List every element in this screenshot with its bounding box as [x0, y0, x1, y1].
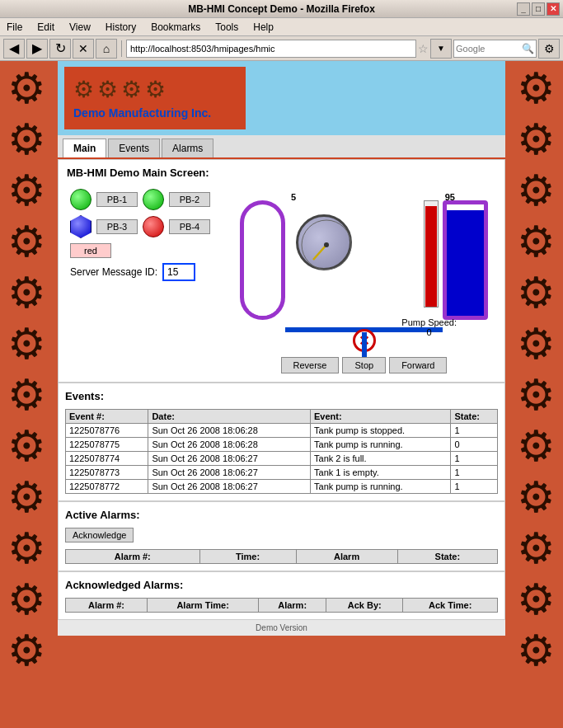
gear-icon-r12: ⚙ [513, 627, 561, 674]
content-area: ⚙ ⚙ ⚙ ⚙ ⚙ ⚙ ⚙ ⚙ ⚙ ⚙ ⚙ ⚙ ⚙ ⚙ ⚙ ⚙ ⚙ ⚙ ⚙ ⚙ … [0, 61, 563, 728]
thermo-fill [425, 206, 437, 307]
event-row: 1225078772 Sun Oct 26 2008 18:06:27 Tank… [66, 480, 498, 494]
ack-alarm-header-row: Alarm #: Alarm Time: Alarm: Ack By: Ack … [66, 599, 498, 613]
version-bar: Demo Version [58, 620, 505, 636]
tab-events[interactable]: Events [108, 139, 160, 157]
logo-gear4: ⚙ [145, 76, 166, 103]
event-id: 1225078773 [66, 466, 148, 480]
gear-icon-r7: ⚙ [513, 371, 561, 419]
forward-btn[interactable]: ▶ [26, 39, 48, 59]
reload-btn[interactable]: ↻ [49, 39, 71, 59]
menu-history[interactable]: History [102, 20, 139, 35]
nav-tabs: Main Events Alarms [58, 135, 505, 159]
pump-speed-text: Pump Speed: [401, 317, 457, 327]
menu-bookmarks[interactable]: Bookmarks [148, 20, 204, 35]
settings-btn[interactable]: ⚙ [538, 39, 560, 59]
pb3-button[interactable]: PB-3 [96, 219, 138, 234]
thermo-container [424, 200, 439, 308]
event-desc: Tank pump is running. [311, 480, 451, 494]
msg-label: Server Message ID: [70, 266, 157, 278]
event-date: Sun Oct 26 2008 18:06:27 [148, 480, 311, 494]
title-bar: MB-HMI Concept Demo - Mozilla Firefox _ … [0, 0, 563, 18]
gear-icon-r8: ⚙ [513, 422, 561, 470]
event-date: Sun Oct 26 2008 18:06:28 [148, 424, 311, 438]
stop-btn[interactable]: Stop [342, 357, 386, 373]
stop-btn[interactable]: ✕ [73, 39, 94, 59]
minimize-btn[interactable]: _ [517, 2, 530, 16]
pb2-button[interactable]: PB-2 [169, 192, 210, 207]
event-desc: Tank pump is stopped. [311, 424, 451, 438]
logo-gears: ⚙ ⚙ ⚙ ⚙ [73, 76, 237, 103]
search-icon[interactable]: 🔍 [522, 43, 534, 54]
gauge-container [296, 214, 355, 274]
events-table: Event #: Date: Event: State: 1225078776 … [65, 409, 498, 494]
event-id: 1225078776 [66, 424, 148, 438]
toolbar: ◀ ▶ ↻ ✕ ⌂ ☆ ▼ 🔍 ⚙ [0, 36, 563, 61]
tank-left [240, 200, 285, 320]
gear-icon-l8: ⚙ [3, 422, 51, 470]
event-state: 0 [451, 438, 498, 452]
gear-icon-r2: ⚙ [513, 115, 561, 163]
gears-right: ⚙ ⚙ ⚙ ⚙ ⚙ ⚙ ⚙ ⚙ ⚙ ⚙ ⚙ ⚙ [509, 61, 563, 728]
tab-main[interactable]: Main [63, 139, 106, 157]
left-controls: PB-1 PB-2 PB-3 PB-4 red Server Mess [67, 186, 232, 375]
status-display: red [70, 243, 111, 258]
gear-icon-l1: ⚙ [3, 64, 51, 112]
menu-file[interactable]: File [3, 20, 26, 35]
ack-col-by: Ack By: [326, 599, 403, 613]
gear-icon-l10: ⚙ [3, 524, 51, 572]
diagram-area: 5 95 [232, 186, 496, 375]
ack-col-time: Alarm Time: [148, 599, 259, 613]
forward-btn[interactable]: Forward [389, 357, 447, 373]
alarm-col-alarm: Alarm [296, 550, 397, 564]
back-btn[interactable]: ◀ [3, 39, 25, 59]
menu-bar: File Edit View History Bookmarks Tools H… [0, 18, 563, 36]
acknowledge-btn[interactable]: Acknowledge [65, 528, 134, 542]
bookmark-star[interactable]: ☆ [418, 42, 429, 55]
main-section-title: MB-HMI Demo Main Screen: [67, 167, 496, 179]
events-title: Events: [65, 390, 498, 402]
home-btn[interactable]: ⌂ [96, 39, 117, 59]
gear-icon-l6: ⚙ [3, 320, 51, 368]
pb4-button[interactable]: PB-4 [169, 219, 210, 234]
pipe-vertical [362, 332, 367, 357]
tank-right [443, 200, 488, 320]
events-header-row: Event #: Date: Event: State: [66, 410, 498, 424]
menu-tools[interactable]: Tools [212, 20, 242, 35]
logo-gear3: ⚙ [121, 76, 142, 103]
menu-help[interactable]: Help [250, 20, 277, 35]
menu-view[interactable]: View [66, 20, 94, 35]
close-btn[interactable]: ✕ [547, 2, 560, 16]
event-state: 1 [451, 480, 498, 494]
ack-col-num: Alarm #: [66, 599, 148, 613]
url-bar: ☆ ▼ [126, 39, 452, 59]
event-row: 1225078773 Sun Oct 26 2008 18:06:27 Tank… [66, 466, 498, 480]
tab-alarms[interactable]: Alarms [162, 139, 213, 157]
msg-row: Server Message ID: [70, 263, 228, 281]
header-area: ⚙ ⚙ ⚙ ⚙ Demo Manufacturing Inc. [58, 61, 505, 135]
gear-icon-l11: ⚙ [3, 575, 51, 623]
logo-text: Demo Manufacturing Inc. [73, 106, 237, 120]
search-input[interactable] [456, 44, 522, 54]
gear-icon-l4: ⚙ [3, 218, 51, 265]
indicator-pb1 [70, 189, 91, 210]
ack-alarms-section: Acknowledged Alarms: Alarm #: Alarm Time… [58, 571, 505, 620]
pb1-button[interactable]: PB-1 [96, 192, 138, 207]
gear-icon-r6: ⚙ [513, 320, 561, 368]
svg-line-1 [313, 245, 326, 260]
reverse-btn[interactable]: Reverse [281, 357, 340, 373]
alarm-header-row: Alarm #: Time: Alarm State: [66, 550, 498, 564]
gear-icon-r11: ⚙ [513, 575, 561, 623]
url-input[interactable] [126, 40, 416, 58]
msg-input[interactable] [162, 263, 195, 281]
main-panel: ⚙ ⚙ ⚙ ⚙ Demo Manufacturing Inc. Main Eve… [58, 61, 505, 636]
url-dropdown[interactable]: ▼ [430, 39, 452, 59]
gear-icon-l3: ⚙ [3, 167, 51, 214]
gear-icon-r1: ⚙ [513, 64, 561, 112]
maximize-btn[interactable]: □ [532, 2, 545, 16]
indicator-pb3 [70, 215, 91, 238]
ack-col-alarm: Alarm: [259, 599, 326, 613]
menu-edit[interactable]: Edit [34, 20, 58, 35]
ack-alarms-title: Acknowledged Alarms: [65, 579, 498, 591]
event-id: 1225078775 [66, 438, 148, 452]
